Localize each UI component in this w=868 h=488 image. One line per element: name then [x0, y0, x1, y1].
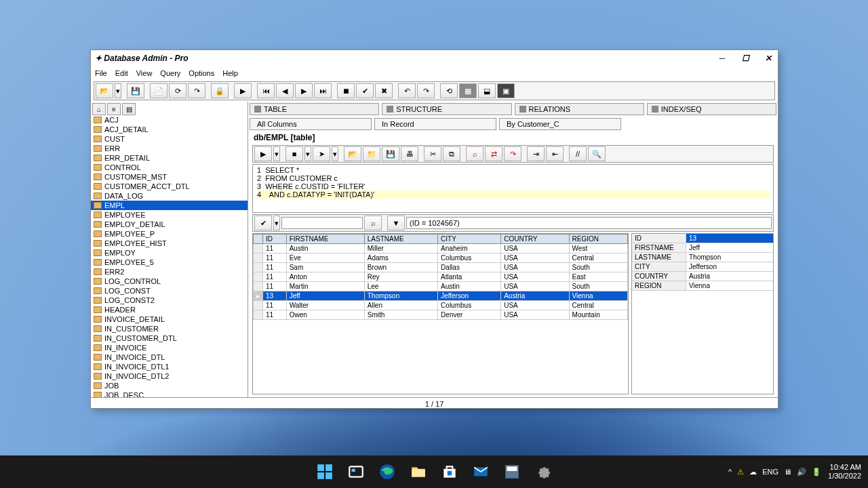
sidebar-item[interactable]: EMPLOYEE_5: [91, 258, 248, 267]
sql-folder-button[interactable]: 📁: [363, 146, 380, 161]
grid-cell[interactable]: 11: [263, 272, 287, 282]
sql-stop-button[interactable]: ■: [285, 146, 303, 161]
sql-step-button[interactable]: ➤: [313, 146, 330, 161]
sql-comment-button[interactable]: //: [569, 146, 587, 161]
last-button[interactable]: ⏭: [314, 83, 332, 98]
tray-volume-icon[interactable]: 🔊: [797, 468, 806, 476]
grid-cell[interactable]: USA: [501, 263, 569, 272]
prev-button[interactable]: ◀: [276, 83, 294, 98]
sidebar-tab-list[interactable]: ≡: [107, 103, 121, 115]
detail-value[interactable]: Thompson: [686, 253, 773, 262]
sql-editor[interactable]: 1 SELECT *2 FROM CUSTOMER c3 WHERE c.CUS…: [252, 164, 774, 213]
store-icon[interactable]: [436, 458, 463, 485]
new-button[interactable]: 📄: [150, 83, 167, 98]
grid-cell[interactable]: USA: [501, 253, 569, 263]
grid-cell[interactable]: Miller: [364, 244, 437, 253]
subtab-allcols[interactable]: All Columns: [250, 118, 372, 130]
lock-button[interactable]: 🔒: [211, 83, 229, 98]
grid-filter-button[interactable]: ▼: [387, 216, 405, 230]
grid-header[interactable]: FIRSTNAME: [286, 235, 364, 244]
detail-row[interactable]: ID13: [632, 234, 773, 243]
grid-cell[interactable]: East: [569, 272, 627, 282]
record-detail[interactable]: ID13FIRSTNAMEJeffLASTNAMEThompsonCITYJef…: [631, 233, 774, 394]
grid-cell[interactable]: USA: [501, 272, 569, 282]
detail-row[interactable]: COUNTRYAustria: [632, 272, 773, 281]
sidebar-item[interactable]: CUSTOMER_ACCT_DTL: [91, 182, 248, 191]
tray-battery-icon[interactable]: 🔋: [812, 468, 821, 476]
filter-expression-input[interactable]: [406, 217, 772, 229]
grid-cell[interactable]: Denver: [438, 310, 501, 320]
maximize-button[interactable]: ☐: [740, 53, 751, 64]
sql-outdent-button[interactable]: ⇤: [546, 146, 564, 161]
sql-cut-button[interactable]: ✂: [424, 146, 441, 161]
sidebar-item[interactable]: EMPLOYEE_P: [91, 229, 248, 239]
sql-replace-button[interactable]: ⇄: [485, 146, 502, 161]
grid-cell[interactable]: Columbus: [438, 301, 501, 310]
mail-icon[interactable]: [467, 458, 494, 485]
sql-print-button[interactable]: 🖶: [401, 146, 418, 161]
grid-header[interactable]: LASTNAME: [364, 235, 437, 244]
grid-cell[interactable]: Dallas: [438, 263, 501, 272]
grid-cell[interactable]: USA: [501, 301, 569, 310]
table-row[interactable]: ▸13JeffThompsonJeffersonAustriaVienna: [254, 291, 628, 301]
grid-cell[interactable]: South: [569, 282, 627, 291]
sql-zoom-button[interactable]: 🔍: [588, 146, 606, 161]
sidebar-item[interactable]: LOG_CONTROL: [91, 277, 248, 286]
sidebar-item[interactable]: ACJ_DETAIL: [91, 125, 248, 134]
tray-clock[interactable]: 10:42 AM 1/30/2022: [828, 463, 861, 481]
sql-save-button[interactable]: 💾: [382, 146, 399, 161]
sql-run-dropdown[interactable]: ▾: [273, 146, 280, 161]
close-button[interactable]: ✕: [763, 53, 774, 64]
table-row[interactable]: 11MartinLeeAustinUSASouth: [254, 282, 628, 291]
next-button[interactable]: ▶: [295, 83, 313, 98]
grid-cell[interactable]: Jeff: [286, 291, 364, 301]
grid-cell[interactable]: Thompson: [364, 291, 437, 301]
rollback-button[interactable]: ✖: [375, 83, 393, 98]
grid-cell[interactable]: Anton: [286, 272, 364, 282]
start-button[interactable]: [311, 458, 338, 485]
grid-button[interactable]: ▦: [459, 83, 477, 98]
subtab-bycust[interactable]: By Customer_C: [499, 118, 621, 130]
grid-cell[interactable]: Martin: [286, 282, 364, 291]
grid-cell[interactable]: Vienna: [569, 291, 627, 301]
open-button[interactable]: 📂: [96, 83, 113, 98]
grid-cell[interactable]: Lee: [364, 282, 437, 291]
menu-view[interactable]: View: [136, 69, 153, 77]
tray-warning-icon[interactable]: ⚠: [737, 468, 744, 476]
sidebar-item[interactable]: ERR2: [91, 267, 248, 277]
sidebar-item[interactable]: IN_INVOICE: [91, 343, 248, 352]
sidebar-item[interactable]: JOB: [91, 381, 248, 390]
grid-cell[interactable]: 11: [263, 301, 287, 310]
sidebar-item[interactable]: ERR: [91, 144, 248, 153]
grid-cell[interactable]: Atlanta: [438, 272, 501, 282]
grid-cell[interactable]: Austria: [501, 291, 569, 301]
table-row[interactable]: 11OwenSmithDenverUSAMountain: [254, 310, 628, 320]
redo-button[interactable]: ↷: [417, 83, 435, 98]
save-button[interactable]: 💾: [127, 83, 144, 98]
grid-cell[interactable]: USA: [501, 310, 569, 320]
sidebar-item[interactable]: JOB_DESC: [91, 390, 248, 397]
grid-cell[interactable]: Allen: [364, 301, 437, 310]
open-dropdown[interactable]: ▾: [115, 83, 121, 98]
refresh-button[interactable]: ⟳: [169, 83, 186, 98]
sidebar-item[interactable]: LOG_CONST: [91, 286, 248, 296]
table-row[interactable]: 11AustinMillerAnaheimUSAWest: [254, 244, 628, 253]
grid-cell[interactable]: Walter: [286, 301, 364, 310]
data-grid[interactable]: IDFIRSTNAMELASTNAMECITYCOUNTRYREGION11Au…: [252, 233, 629, 394]
detail-value[interactable]: Jeff: [686, 243, 773, 252]
grid-cell[interactable]: West: [569, 244, 627, 253]
grid-cell[interactable]: Smith: [364, 310, 437, 320]
grid-cell[interactable]: USA: [501, 244, 569, 253]
run-button[interactable]: ▶: [234, 83, 252, 98]
edge-icon[interactable]: [374, 458, 401, 485]
grid-cell[interactable]: 11: [263, 244, 287, 253]
settings-icon[interactable]: [530, 458, 557, 485]
grid-cell[interactable]: Brown: [364, 263, 437, 272]
detail-row[interactable]: CITYJefferson: [632, 262, 773, 272]
sql-stop-dropdown[interactable]: ▾: [304, 146, 311, 161]
table-list[interactable]: ACJACJ_DETAILCUSTERRERR_DETAILCONTROLCUS…: [91, 115, 248, 397]
sidebar-item[interactable]: ERR_DETAIL: [91, 153, 248, 163]
explorer-icon[interactable]: [405, 458, 432, 485]
grid-cell[interactable]: 11: [263, 282, 287, 291]
grid-cell[interactable]: Adams: [364, 253, 437, 263]
